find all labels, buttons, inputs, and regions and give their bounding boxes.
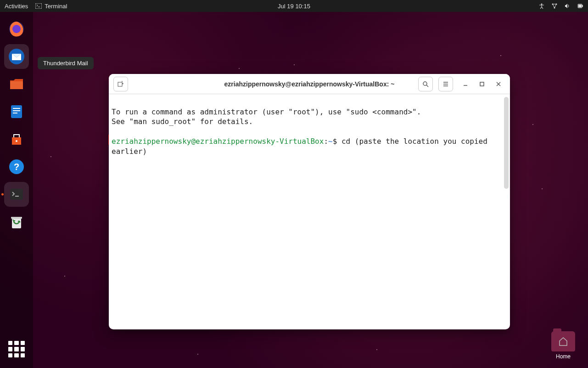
prompt-path: ~ (328, 137, 333, 146)
terminal-text: See "man sudo_root" for details. (112, 117, 253, 126)
svg-rect-34 (480, 82, 484, 86)
terminal-window: ezriahzippernowsky@ezriahzippernowsky-Vi… (109, 74, 510, 329)
svg-rect-15 (13, 110, 20, 111)
prompt-symbol: $ (333, 137, 337, 146)
terminal-text: To run a command as administrator (user … (112, 108, 421, 116)
svg-rect-23 (11, 217, 22, 219)
terminal-body[interactable]: To run a command as administrator (user … (109, 94, 510, 329)
maximize-button[interactable] (475, 77, 489, 91)
search-button[interactable] (418, 77, 433, 91)
desktop-icon-home[interactable]: Home (551, 331, 575, 360)
menu-button[interactable] (438, 77, 453, 91)
svg-line-29 (426, 85, 428, 87)
scrollbar[interactable] (504, 97, 509, 189)
dock-item-software[interactable] (4, 127, 29, 152)
dock-item-help[interactable]: ? (4, 154, 29, 179)
terminal-icon (35, 3, 42, 9)
volume-icon[interactable] (564, 3, 571, 9)
dock-item-trash[interactable] (4, 209, 29, 234)
svg-rect-20 (10, 189, 23, 200)
dock-item-terminal[interactable] (4, 182, 29, 207)
svg-point-2 (541, 4, 543, 5)
close-button[interactable] (492, 77, 505, 91)
svg-rect-13 (11, 105, 22, 118)
clock[interactable]: Jul 19 10:15 (278, 3, 310, 10)
svg-rect-12 (10, 81, 23, 89)
activities-button[interactable]: Activities (5, 3, 28, 10)
svg-point-28 (423, 82, 427, 85)
desktop-icon-label: Home (556, 353, 571, 360)
top-bar: Activities Terminal Jul 19 10:15 (0, 0, 588, 12)
dock-item-libreoffice-writer[interactable] (4, 99, 29, 124)
svg-rect-14 (13, 108, 20, 109)
accessibility-icon[interactable] (538, 3, 545, 9)
svg-point-17 (16, 140, 17, 142)
prompt-user: ezriahzippernowsky@ezriahzippernowsky-Vi… (112, 137, 324, 146)
network-icon[interactable] (551, 3, 558, 9)
dock-item-thunderbird[interactable] (4, 44, 29, 69)
svg-point-10 (12, 25, 21, 33)
active-app-indicator[interactable]: Terminal (35, 3, 67, 10)
show-applications-button[interactable] (4, 337, 29, 362)
running-pip (1, 193, 4, 196)
svg-rect-8 (578, 5, 582, 7)
prompt-sep: : (324, 137, 328, 146)
dock-item-files[interactable] (4, 72, 29, 96)
active-app-label: Terminal (45, 3, 67, 10)
svg-rect-0 (35, 3, 42, 9)
svg-rect-16 (13, 113, 17, 113)
minimize-button[interactable] (459, 77, 472, 91)
window-title: ezriahzippernowsky@ezriahzippernowsky-Vi… (224, 80, 395, 88)
dock-item-firefox[interactable] (4, 17, 29, 41)
power-icon[interactable] (577, 3, 583, 9)
new-tab-button[interactable] (113, 77, 128, 91)
window-titlebar[interactable]: ezriahzippernowsky@ezriahzippernowsky-Vi… (109, 74, 510, 94)
folder-icon (551, 331, 575, 351)
dock: ? (0, 12, 33, 368)
dock-tooltip: Thunderbird Mail (38, 57, 94, 69)
svg-rect-7 (582, 5, 583, 7)
svg-text:?: ? (14, 162, 19, 172)
